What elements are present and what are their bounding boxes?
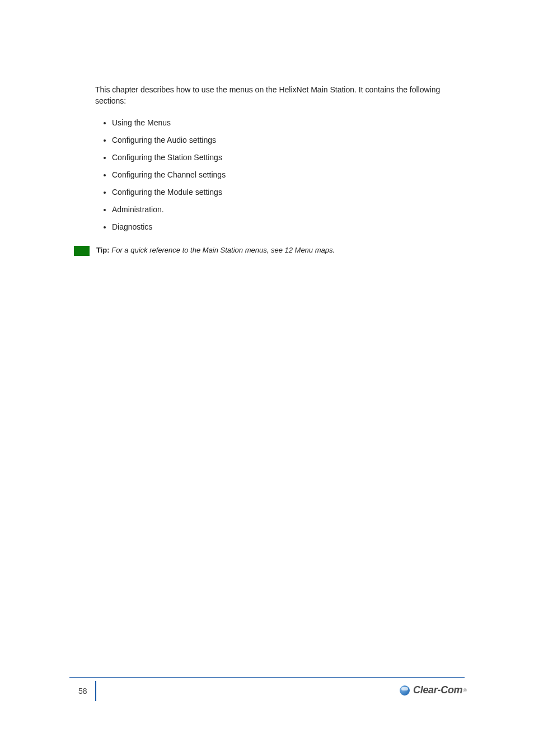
list-item: Configuring the Module settings: [112, 186, 465, 198]
trademark-icon: ®: [463, 688, 467, 693]
tip-row: Tip: For a quick reference to the Main S…: [95, 245, 465, 256]
list-item: Diagnostics: [112, 221, 465, 233]
bullet-list: Using the Menus Configuring the Audio se…: [112, 117, 465, 233]
tip-icon: [74, 246, 90, 256]
list-item: Configuring the Channel settings: [112, 169, 465, 181]
logo-mark-icon: [400, 685, 410, 696]
tip-text: Tip: For a quick reference to the Main S…: [96, 245, 335, 256]
list-item: Using the Menus: [112, 117, 465, 129]
body-content: This chapter describes how to use the me…: [95, 84, 465, 255]
logo-text: Clear-Com: [413, 684, 462, 696]
list-item: Administration.: [112, 204, 465, 216]
page-number: 58: [78, 687, 87, 696]
list-item: Configuring the Station Settings: [112, 152, 465, 164]
tip-label: Tip:: [96, 246, 110, 254]
tip-body: For a quick reference to the Main Statio…: [111, 246, 335, 254]
document-page: This chapter describes how to use the me…: [0, 0, 534, 756]
footer-divider: [95, 681, 96, 701]
footer-rule: [69, 677, 465, 678]
intro-paragraph: This chapter describes how to use the me…: [95, 84, 465, 107]
brand-logo: Clear-Com®: [400, 684, 467, 700]
list-item: Configuring the Audio settings: [112, 134, 465, 146]
